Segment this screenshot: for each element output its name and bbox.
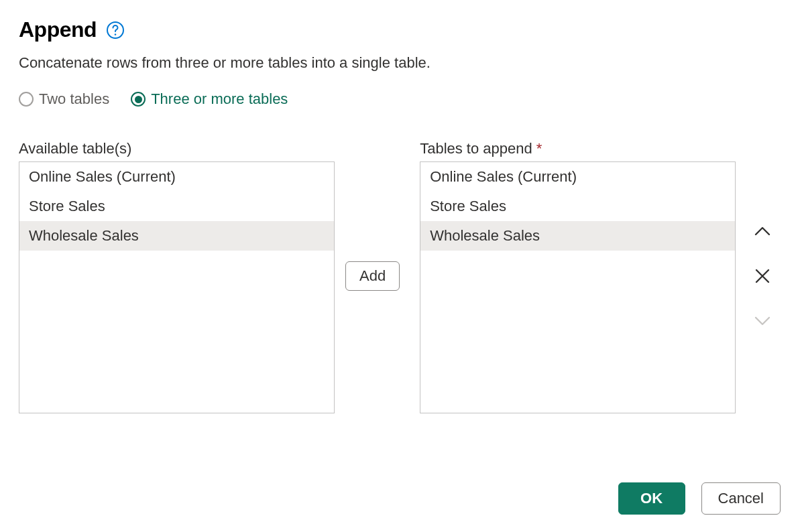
remove-button[interactable] bbox=[750, 264, 775, 288]
move-down-button[interactable] bbox=[750, 308, 775, 332]
x-icon bbox=[754, 267, 771, 285]
title-row: Append bbox=[19, 17, 783, 42]
add-button[interactable]: Add bbox=[345, 261, 400, 291]
dialog-footer: OK Cancel bbox=[618, 482, 781, 515]
list-item[interactable]: Store Sales bbox=[19, 192, 334, 221]
move-up-button[interactable] bbox=[750, 220, 775, 244]
chevron-up-icon bbox=[753, 222, 772, 241]
chevron-down-icon bbox=[753, 311, 772, 330]
radio-three-or-more-label: Three or more tables bbox=[151, 90, 288, 108]
lists-row: Available table(s) Online Sales (Current… bbox=[19, 140, 783, 413]
radio-circle-icon bbox=[19, 92, 34, 107]
reorder-controls bbox=[750, 140, 775, 412]
list-item[interactable]: Store Sales bbox=[420, 192, 735, 221]
tables-to-append-label-row: Tables to append * bbox=[420, 140, 736, 157]
tables-to-append-column: Tables to append * Online Sales (Current… bbox=[420, 140, 736, 413]
required-asterisk: * bbox=[536, 140, 542, 157]
cancel-button[interactable]: Cancel bbox=[701, 482, 781, 515]
dialog-title: Append bbox=[19, 17, 97, 42]
mode-radio-group: Two tables Three or more tables bbox=[19, 90, 783, 108]
available-tables-label: Available table(s) bbox=[19, 140, 131, 157]
append-dialog: Append Concatenate rows from three or mo… bbox=[0, 0, 802, 532]
ok-button[interactable]: OK bbox=[618, 482, 685, 515]
available-tables-listbox[interactable]: Online Sales (Current) Store Sales Whole… bbox=[19, 161, 335, 413]
radio-three-or-more-tables[interactable]: Three or more tables bbox=[131, 90, 288, 108]
radio-circle-icon bbox=[131, 92, 146, 107]
list-item[interactable]: Wholesale Sales bbox=[420, 221, 735, 251]
radio-two-tables[interactable]: Two tables bbox=[19, 90, 109, 108]
list-item[interactable]: Online Sales (Current) bbox=[19, 162, 334, 192]
help-icon[interactable] bbox=[106, 21, 125, 40]
svg-point-1 bbox=[115, 34, 117, 36]
available-tables-column: Available table(s) Online Sales (Current… bbox=[19, 140, 335, 413]
radio-two-tables-label: Two tables bbox=[39, 90, 109, 108]
list-item[interactable]: Wholesale Sales bbox=[19, 221, 334, 251]
available-tables-label-row: Available table(s) bbox=[19, 140, 335, 157]
list-item[interactable]: Online Sales (Current) bbox=[420, 162, 735, 192]
dialog-subtitle: Concatenate rows from three or more tabl… bbox=[19, 54, 783, 72]
tables-to-append-listbox[interactable]: Online Sales (Current) Store Sales Whole… bbox=[420, 161, 736, 413]
tables-to-append-label: Tables to append bbox=[420, 140, 532, 157]
add-button-column: Add bbox=[341, 140, 404, 412]
